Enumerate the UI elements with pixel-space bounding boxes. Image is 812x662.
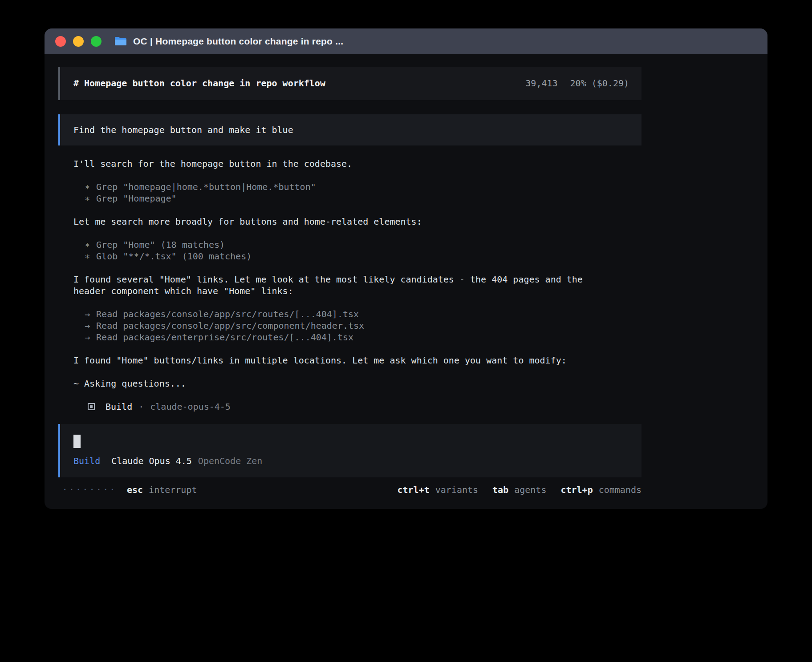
- input-status-bar: Build Claude Opus 4.5 OpenCode Zen: [73, 455, 629, 467]
- titlebar: OC | Homepage button color change in rep…: [45, 28, 767, 54]
- close-button[interactable]: [55, 36, 66, 47]
- tool-call-read: → Read packages/console/app/src/routes/[…: [85, 308, 641, 320]
- input-agent-label: Build: [73, 455, 100, 467]
- tool-bullet-icon: ∗: [85, 181, 90, 193]
- window-title: OC | Homepage button color change in rep…: [133, 36, 343, 47]
- tool-call-text: Grep "homepage|home.*button|Home.*button…: [96, 181, 316, 193]
- token-count: 39,413: [525, 77, 557, 89]
- hint-key: tab: [492, 484, 508, 496]
- tool-call-grep: ∗ Grep "homepage|home.*button|Home.*butt…: [85, 181, 641, 193]
- badge-separator: ·: [138, 401, 144, 412]
- agent-name: Build: [106, 401, 132, 412]
- context-usage: 20% ($0.29): [570, 77, 629, 89]
- tool-read-arrow-icon: →: [85, 320, 90, 331]
- footer-right: ctrl+t variants tab agents ctrl+p comman…: [397, 484, 641, 496]
- terminal-content: # Homepage button color change in repo w…: [45, 54, 767, 509]
- terminal-window: OC | Homepage button color change in rep…: [45, 28, 767, 509]
- tool-bullet-icon: ∗: [85, 250, 90, 262]
- hint-label: variants: [435, 484, 478, 496]
- hint-label: agents: [514, 484, 546, 496]
- assistant-paragraph: Let me search more broadly for buttons a…: [73, 216, 603, 227]
- hint-key: esc: [127, 484, 143, 496]
- tool-call-grep: ∗ Grep "Homepage": [85, 193, 641, 204]
- tool-call-text: Read packages/console/app/src/component/…: [96, 320, 364, 331]
- agent-model: claude-opus-4-5: [150, 401, 231, 412]
- hint-agents: tab agents: [492, 484, 546, 496]
- activity-status: ~ Asking questions...: [73, 378, 603, 389]
- tool-call-text: Read packages/enterprise/src/routes/[...…: [96, 331, 353, 343]
- user-message-text: Find the homepage button and make it blu…: [73, 125, 293, 135]
- progress-dots-icon: ········: [62, 484, 116, 496]
- folder-icon: [114, 36, 127, 47]
- tool-bullet-icon: ∗: [85, 239, 90, 250]
- hint-interrupt: esc interrupt: [127, 484, 197, 496]
- window-title-group: OC | Homepage button color change in rep…: [114, 36, 343, 47]
- session-title: # Homepage button color change in repo w…: [73, 77, 325, 89]
- tool-call-text: Grep "Home" (18 matches): [96, 239, 225, 250]
- session-header: # Homepage button color change in repo w…: [58, 67, 641, 100]
- prompt-input[interactable]: Build Claude Opus 4.5 OpenCode Zen: [58, 424, 641, 477]
- assistant-paragraph: I'll search for the homepage button in t…: [73, 158, 603, 170]
- agent-badge: Build · claude-opus-4-5: [73, 401, 641, 412]
- input-provider-label: OpenCode Zen: [198, 455, 263, 467]
- hint-variants: ctrl+t variants: [397, 484, 478, 496]
- session-meta: 39,413 20% ($0.29): [525, 77, 629, 89]
- assistant-paragraph: I found "Home" buttons/links in multiple…: [73, 355, 603, 366]
- text-cursor-icon: [73, 435, 81, 448]
- content-column: # Homepage button color change in repo w…: [58, 67, 641, 480]
- tool-call-group: ∗ Grep "Home" (18 matches) ∗ Glob "**/*.…: [73, 239, 641, 262]
- tool-call-grep: ∗ Grep "Home" (18 matches): [85, 239, 641, 250]
- footer-left: ········ esc interrupt: [62, 484, 197, 496]
- tool-read-arrow-icon: →: [85, 308, 90, 320]
- tool-bullet-icon: ∗: [85, 193, 90, 204]
- status-footer: ········ esc interrupt ctrl+t variants t…: [58, 484, 641, 496]
- hint-commands: ctrl+p commands: [560, 484, 641, 496]
- tool-call-glob: ∗ Glob "**/*.tsx" (100 matches): [85, 250, 641, 262]
- hint-label: interrupt: [149, 484, 197, 496]
- assistant-response: I'll search for the homepage button in t…: [58, 158, 641, 412]
- hint-key: ctrl+t: [397, 484, 429, 496]
- tool-call-text: Glob "**/*.tsx" (100 matches): [96, 250, 252, 262]
- agent-icon: [88, 403, 95, 410]
- hint-label: commands: [599, 484, 641, 496]
- tool-call-read: → Read packages/enterprise/src/routes/[.…: [85, 331, 641, 343]
- tool-call-group: ∗ Grep "homepage|home.*button|Home.*butt…: [73, 181, 641, 204]
- zoom-button[interactable]: [91, 36, 102, 47]
- tool-call-group: → Read packages/console/app/src/routes/[…: [73, 308, 641, 343]
- window-controls: [55, 36, 102, 47]
- tool-call-text: Read packages/console/app/src/routes/[..…: [96, 308, 359, 320]
- minimize-button[interactable]: [73, 36, 84, 47]
- hint-key: ctrl+p: [560, 484, 593, 496]
- tool-call-text: Grep "Homepage": [96, 193, 177, 204]
- tool-call-read: → Read packages/console/app/src/componen…: [85, 320, 641, 331]
- input-model-label: Claude Opus 4.5: [111, 455, 192, 467]
- user-message: Find the homepage button and make it blu…: [58, 114, 641, 145]
- tool-read-arrow-icon: →: [85, 331, 90, 343]
- assistant-paragraph: I found several "Home" links. Let me loo…: [73, 274, 603, 297]
